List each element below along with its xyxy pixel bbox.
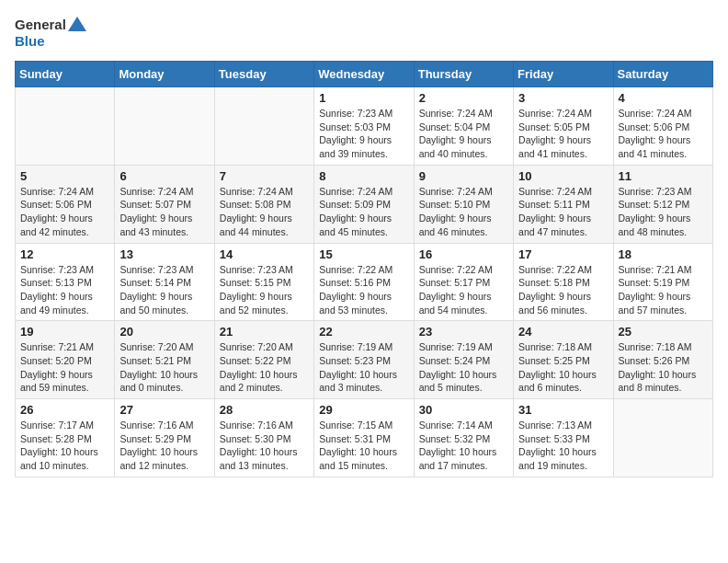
calendar-cell: 12Sunrise: 7:23 AM Sunset: 5:13 PM Dayli… xyxy=(16,243,115,321)
calendar-cell xyxy=(613,399,712,477)
day-info: Sunrise: 7:21 AM Sunset: 5:19 PM Dayligh… xyxy=(619,263,708,317)
day-info: Sunrise: 7:23 AM Sunset: 5:14 PM Dayligh… xyxy=(119,263,209,317)
day-info: Sunrise: 7:16 AM Sunset: 5:30 PM Dayligh… xyxy=(220,419,309,473)
day-number: 19 xyxy=(20,325,109,339)
day-number: 28 xyxy=(220,403,309,417)
calendar-cell: 7Sunrise: 7:24 AM Sunset: 5:08 PM Daylig… xyxy=(214,165,313,243)
calendar-header-row: SundayMondayTuesdayWednesdayThursdayFrid… xyxy=(16,62,713,87)
day-info: Sunrise: 7:19 AM Sunset: 5:23 PM Dayligh… xyxy=(319,340,408,395)
calendar-cell: 27Sunrise: 7:16 AM Sunset: 5:29 PM Dayli… xyxy=(115,399,214,477)
day-number: 23 xyxy=(419,325,508,339)
calendar-cell: 26Sunrise: 7:17 AM Sunset: 5:28 PM Dayli… xyxy=(16,399,115,477)
day-number: 16 xyxy=(419,247,508,261)
day-info: Sunrise: 7:21 AM Sunset: 5:20 PM Dayligh… xyxy=(20,340,109,395)
svg-text:Blue: Blue xyxy=(15,33,45,49)
day-number: 15 xyxy=(319,247,408,261)
svg-marker-1 xyxy=(68,17,86,31)
page-header: GeneralBlue xyxy=(15,15,713,50)
logo: GeneralBlue xyxy=(15,15,97,50)
calendar-cell: 18Sunrise: 7:21 AM Sunset: 5:19 PM Dayli… xyxy=(613,243,712,321)
calendar-cell: 17Sunrise: 7:22 AM Sunset: 5:18 PM Dayli… xyxy=(514,243,613,321)
day-info: Sunrise: 7:24 AM Sunset: 5:05 PM Dayligh… xyxy=(518,107,608,161)
day-number: 12 xyxy=(20,247,109,261)
day-info: Sunrise: 7:24 AM Sunset: 5:07 PM Dayligh… xyxy=(119,185,209,239)
day-number: 10 xyxy=(518,169,608,183)
calendar-cell: 16Sunrise: 7:22 AM Sunset: 5:17 PM Dayli… xyxy=(414,243,513,321)
day-number: 6 xyxy=(119,169,209,183)
calendar-week-row: 5Sunrise: 7:24 AM Sunset: 5:06 PM Daylig… xyxy=(16,165,713,243)
day-info: Sunrise: 7:18 AM Sunset: 5:25 PM Dayligh… xyxy=(518,340,608,395)
day-info: Sunrise: 7:24 AM Sunset: 5:04 PM Dayligh… xyxy=(419,107,508,161)
day-info: Sunrise: 7:24 AM Sunset: 5:09 PM Dayligh… xyxy=(319,185,408,239)
calendar-cell xyxy=(214,87,313,166)
day-info: Sunrise: 7:24 AM Sunset: 5:06 PM Dayligh… xyxy=(619,107,708,161)
day-info: Sunrise: 7:23 AM Sunset: 5:15 PM Dayligh… xyxy=(220,263,309,317)
day-info: Sunrise: 7:20 AM Sunset: 5:22 PM Dayligh… xyxy=(220,340,309,395)
calendar-header-sunday: Sunday xyxy=(16,62,115,87)
calendar-header-wednesday: Wednesday xyxy=(314,62,414,87)
day-number: 21 xyxy=(220,325,309,339)
day-number: 22 xyxy=(319,325,408,339)
day-number: 31 xyxy=(518,403,608,417)
calendar-table: SundayMondayTuesdayWednesdayThursdayFrid… xyxy=(15,61,713,477)
day-number: 11 xyxy=(619,169,708,183)
calendar-cell: 3Sunrise: 7:24 AM Sunset: 5:05 PM Daylig… xyxy=(514,87,613,166)
day-number: 8 xyxy=(319,169,408,183)
day-number: 25 xyxy=(619,325,708,339)
calendar-header-friday: Friday xyxy=(514,62,613,87)
day-number: 2 xyxy=(419,91,508,105)
day-number: 20 xyxy=(119,325,209,339)
day-info: Sunrise: 7:23 AM Sunset: 5:13 PM Dayligh… xyxy=(20,263,109,317)
day-number: 7 xyxy=(220,169,309,183)
calendar-cell: 9Sunrise: 7:24 AM Sunset: 5:10 PM Daylig… xyxy=(414,165,513,243)
logo-icon: GeneralBlue xyxy=(15,15,97,50)
calendar-cell: 31Sunrise: 7:13 AM Sunset: 5:33 PM Dayli… xyxy=(514,399,613,477)
day-info: Sunrise: 7:13 AM Sunset: 5:33 PM Dayligh… xyxy=(518,419,608,473)
day-info: Sunrise: 7:23 AM Sunset: 5:03 PM Dayligh… xyxy=(319,107,408,161)
day-info: Sunrise: 7:15 AM Sunset: 5:31 PM Dayligh… xyxy=(319,419,408,473)
calendar-cell: 29Sunrise: 7:15 AM Sunset: 5:31 PM Dayli… xyxy=(314,399,414,477)
day-number: 18 xyxy=(619,247,708,261)
calendar-cell: 15Sunrise: 7:22 AM Sunset: 5:16 PM Dayli… xyxy=(314,243,414,321)
calendar-cell: 28Sunrise: 7:16 AM Sunset: 5:30 PM Dayli… xyxy=(214,399,313,477)
day-info: Sunrise: 7:24 AM Sunset: 5:08 PM Dayligh… xyxy=(220,185,309,239)
calendar-header-monday: Monday xyxy=(115,62,214,87)
day-info: Sunrise: 7:16 AM Sunset: 5:29 PM Dayligh… xyxy=(119,419,209,473)
day-info: Sunrise: 7:22 AM Sunset: 5:17 PM Dayligh… xyxy=(419,263,508,317)
calendar-cell: 23Sunrise: 7:19 AM Sunset: 5:24 PM Dayli… xyxy=(414,321,513,399)
calendar-cell: 14Sunrise: 7:23 AM Sunset: 5:15 PM Dayli… xyxy=(214,243,313,321)
calendar-cell: 8Sunrise: 7:24 AM Sunset: 5:09 PM Daylig… xyxy=(314,165,414,243)
day-number: 14 xyxy=(220,247,309,261)
calendar-cell: 22Sunrise: 7:19 AM Sunset: 5:23 PM Dayli… xyxy=(314,321,414,399)
svg-text:General: General xyxy=(15,17,66,32)
day-number: 3 xyxy=(518,91,608,105)
day-number: 24 xyxy=(518,325,608,339)
day-info: Sunrise: 7:17 AM Sunset: 5:28 PM Dayligh… xyxy=(20,419,109,473)
day-info: Sunrise: 7:20 AM Sunset: 5:21 PM Dayligh… xyxy=(119,340,209,395)
day-number: 13 xyxy=(119,247,209,261)
calendar-cell: 6Sunrise: 7:24 AM Sunset: 5:07 PM Daylig… xyxy=(115,165,214,243)
day-number: 26 xyxy=(20,403,109,417)
calendar-cell: 11Sunrise: 7:23 AM Sunset: 5:12 PM Dayli… xyxy=(613,165,712,243)
day-info: Sunrise: 7:24 AM Sunset: 5:06 PM Dayligh… xyxy=(20,185,109,239)
calendar-cell xyxy=(16,87,115,166)
calendar-cell: 10Sunrise: 7:24 AM Sunset: 5:11 PM Dayli… xyxy=(514,165,613,243)
day-number: 5 xyxy=(20,169,109,183)
calendar-header-saturday: Saturday xyxy=(613,62,712,87)
calendar-header-tuesday: Tuesday xyxy=(214,62,313,87)
day-info: Sunrise: 7:24 AM Sunset: 5:11 PM Dayligh… xyxy=(518,185,608,239)
day-number: 17 xyxy=(518,247,608,261)
day-number: 9 xyxy=(419,169,508,183)
day-info: Sunrise: 7:18 AM Sunset: 5:26 PM Dayligh… xyxy=(619,340,708,395)
day-info: Sunrise: 7:22 AM Sunset: 5:16 PM Dayligh… xyxy=(319,263,408,317)
calendar-cell: 25Sunrise: 7:18 AM Sunset: 5:26 PM Dayli… xyxy=(613,321,712,399)
calendar-cell: 19Sunrise: 7:21 AM Sunset: 5:20 PM Dayli… xyxy=(16,321,115,399)
day-info: Sunrise: 7:14 AM Sunset: 5:32 PM Dayligh… xyxy=(419,419,508,473)
calendar-cell xyxy=(115,87,214,166)
calendar-cell: 13Sunrise: 7:23 AM Sunset: 5:14 PM Dayli… xyxy=(115,243,214,321)
calendar-cell: 4Sunrise: 7:24 AM Sunset: 5:06 PM Daylig… xyxy=(613,87,712,166)
day-number: 4 xyxy=(619,91,708,105)
calendar-week-row: 1Sunrise: 7:23 AM Sunset: 5:03 PM Daylig… xyxy=(16,87,713,166)
calendar-cell: 1Sunrise: 7:23 AM Sunset: 5:03 PM Daylig… xyxy=(314,87,414,166)
day-info: Sunrise: 7:22 AM Sunset: 5:18 PM Dayligh… xyxy=(518,263,608,317)
